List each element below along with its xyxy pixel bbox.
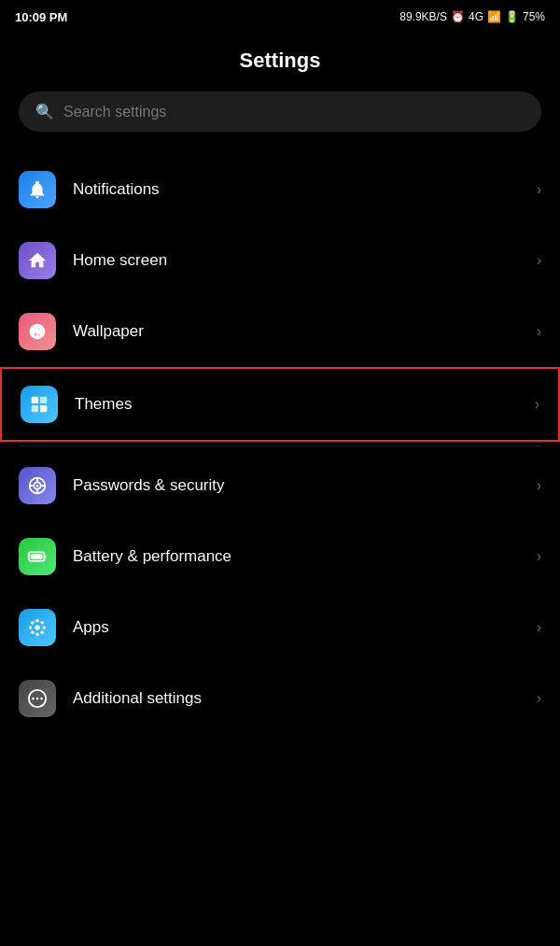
additional-icon-svg	[27, 688, 48, 709]
wallpaper-label: Wallpaper	[73, 322, 520, 341]
svg-point-17	[35, 619, 39, 623]
status-battery: 🔋	[505, 10, 519, 23]
apps-icon	[19, 609, 56, 646]
additional-chevron: ›	[537, 690, 541, 707]
svg-point-22	[40, 630, 44, 634]
notifications-icon	[19, 171, 56, 208]
battery-icon	[19, 538, 56, 575]
search-icon: 🔍	[35, 103, 54, 120]
settings-item-apps[interactable]: Apps ›	[0, 592, 560, 663]
settings-item-home-screen[interactable]: Home screen ›	[0, 225, 560, 296]
status-speed: 89.9KB/S	[399, 10, 447, 23]
wallpaper-icon-svg	[27, 321, 48, 342]
battery-icon-svg	[27, 546, 48, 567]
status-signal: 4G	[469, 10, 483, 23]
apps-chevron: ›	[537, 619, 541, 636]
svg-point-16	[35, 625, 40, 630]
svg-point-28	[40, 698, 43, 700]
passwords-icon	[19, 467, 56, 504]
settings-list: Notifications › Home screen › Wallpaper …	[0, 154, 560, 734]
svg-rect-4	[32, 405, 38, 412]
svg-point-18	[35, 633, 39, 637]
svg-rect-3	[40, 397, 47, 403]
home-icon	[19, 242, 56, 279]
page-header: Settings	[0, 34, 560, 92]
svg-rect-5	[40, 405, 47, 412]
themes-icon-svg	[29, 394, 49, 415]
status-time: 10:09 PM	[15, 10, 67, 24]
svg-point-0	[34, 327, 37, 332]
notifications-icon-svg	[27, 179, 48, 200]
search-bar[interactable]: 🔍	[19, 92, 541, 132]
themes-label: Themes	[75, 395, 518, 414]
passwords-label: Passwords & security	[73, 476, 520, 495]
status-icons: ⏰	[451, 10, 465, 23]
themes-icon	[21, 386, 58, 423]
battery-chevron: ›	[537, 548, 541, 565]
svg-rect-2	[32, 397, 38, 403]
svg-rect-15	[31, 554, 43, 559]
home-screen-chevron: ›	[537, 252, 541, 269]
additional-icon	[19, 680, 56, 717]
svg-point-20	[43, 626, 47, 629]
settings-item-notifications[interactable]: Notifications ›	[0, 154, 560, 225]
search-input[interactable]	[63, 104, 525, 120]
status-wifi: 📶	[487, 10, 501, 23]
status-bar: 10:09 PM 89.9KB/S ⏰ 4G 📶 🔋 75%	[0, 0, 560, 34]
status-right: 89.9KB/S ⏰ 4G 📶 🔋 75%	[399, 10, 545, 23]
svg-point-27	[36, 698, 39, 700]
passwords-icon-svg	[27, 475, 48, 496]
svg-rect-14	[44, 555, 46, 558]
settings-item-themes[interactable]: Themes ›	[0, 367, 560, 442]
home-screen-label: Home screen	[73, 251, 520, 270]
svg-point-23	[40, 621, 44, 625]
settings-item-battery[interactable]: Battery & performance ›	[0, 521, 560, 592]
settings-item-wallpaper[interactable]: Wallpaper ›	[0, 296, 560, 367]
svg-point-1	[37, 330, 41, 335]
status-battery-percent: 75%	[523, 10, 545, 23]
passwords-chevron: ›	[537, 477, 541, 494]
apps-icon-svg	[27, 617, 48, 638]
page-title: Settings	[0, 49, 560, 73]
notifications-chevron: ›	[537, 181, 541, 198]
home-icon-svg	[27, 250, 48, 271]
notifications-label: Notifications	[73, 180, 520, 199]
apps-label: Apps	[73, 618, 520, 637]
settings-item-passwords[interactable]: Passwords & security ›	[0, 450, 560, 521]
svg-point-19	[29, 626, 33, 629]
svg-point-8	[36, 485, 39, 487]
wallpaper-icon	[19, 313, 56, 350]
svg-point-24	[31, 630, 35, 634]
wallpaper-chevron: ›	[537, 323, 541, 340]
battery-label: Battery & performance	[73, 547, 520, 566]
additional-label: Additional settings	[73, 689, 520, 708]
themes-chevron: ›	[535, 396, 539, 413]
divider-1	[19, 445, 541, 446]
svg-point-26	[32, 698, 35, 700]
svg-point-21	[31, 621, 35, 625]
settings-item-additional[interactable]: Additional settings ›	[0, 663, 560, 734]
